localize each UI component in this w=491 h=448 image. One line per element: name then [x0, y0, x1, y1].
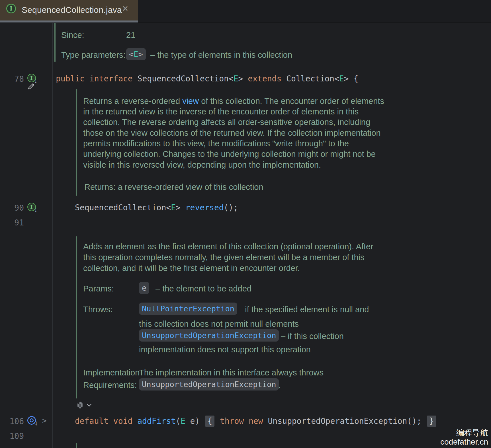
doc1-line-2: in the returned view is the inverse of t…	[83, 107, 359, 117]
watermark-line-2: codefather.cn	[346, 437, 488, 447]
param-badge-e: e	[139, 282, 149, 294]
doc1-line-6: underlying collection. Changes to the un…	[83, 149, 376, 159]
impl-requirements-label-2: Requirements:	[83, 380, 137, 390]
doc1-line1-post: of this collection. The encounter order …	[199, 96, 384, 106]
go-to-implementation-icon-90[interactable]: ↓	[34, 206, 38, 213]
watermark-line-1: 编程导航	[346, 428, 488, 438]
close-icon[interactable]: ✕	[122, 4, 128, 13]
doc-link-view[interactable]: view	[182, 96, 199, 106]
editor-tab-bar: I SequencedCollection.java ✕	[0, 0, 491, 23]
since-value: 21	[126, 30, 135, 40]
tab-title: SequencedCollection.java	[22, 5, 122, 15]
impl-requirements-text: The implementation in this interface alw…	[139, 368, 324, 378]
since-label: Since:	[61, 30, 84, 40]
throws-badge-unsupportedoperationexception[interactable]: UnsupportedOperationException	[139, 329, 279, 342]
fold-chevron-icon[interactable]: >	[42, 416, 47, 425]
impl-badge-unsupportedoperationexception: UnsupportedOperationException	[139, 378, 279, 391]
doc-render-bar-2	[76, 236, 77, 398]
line-number-109: 109	[3, 431, 24, 441]
type-parameters-label: Type parameters:	[61, 50, 126, 60]
doc1-returns-line: Returns: a reverse-ordered view of this …	[84, 182, 263, 192]
throws-badge-nullpointerexception[interactable]: NullPointerException	[139, 303, 237, 315]
interface-icon: I	[6, 4, 16, 13]
code-line-106[interactable]: default void addFirst(E e) { throw new U…	[75, 416, 437, 426]
code-line-90[interactable]: SequencedCollection<E> reversed();	[75, 203, 238, 213]
go-to-overriding-icon[interactable]: ↓	[35, 420, 38, 426]
ai-assistant-icon[interactable]	[75, 400, 85, 410]
param-desc: – the element to be added	[156, 284, 251, 294]
doc1-line-7: visible in this reversed view, depending…	[83, 160, 321, 170]
impl-period: .	[279, 380, 281, 390]
doc2-line-1: Adds an element as the first element of …	[83, 242, 373, 252]
doc-render-bar-3	[76, 443, 77, 448]
line-number-90: 90	[3, 203, 24, 213]
tab-sequencedcollection-java[interactable]: I SequencedCollection.java ✕	[0, 0, 138, 20]
chevron-down-icon[interactable]	[87, 404, 92, 407]
doc-render-bar-1	[76, 89, 77, 196]
type-param-badge: <E>	[126, 48, 146, 60]
line-number-91: 91	[3, 218, 24, 227]
throws-desc-2: – if this collection	[281, 331, 344, 341]
doc1-line-4: those on the view collections of the ret…	[83, 128, 381, 138]
throws-desc-1b: this collection does not permit null ele…	[139, 319, 299, 329]
code-line-78[interactable]: public interface SequencedCollection<E> …	[56, 74, 358, 84]
line-number-78: 78	[3, 74, 24, 84]
throws-desc-2b: implementation does not support this ope…	[139, 345, 311, 355]
tab-bar-border	[0, 22, 491, 23]
throws-label: Throws:	[83, 305, 112, 315]
throws-desc-1: – if the specified element is null and	[238, 305, 369, 315]
doc2-line-3: collection, and it will be the first ele…	[83, 263, 300, 273]
indent-guide	[72, 88, 72, 448]
doc1-line-1: Returns a reverse-ordered view of this c…	[83, 96, 384, 106]
ide-editor: I SequencedCollection.java ✕ Since: 21 T…	[0, 0, 491, 448]
doc1-line-5: permits modifications to this view, the …	[83, 139, 349, 149]
impl-requirements-label-1: Implementation	[83, 368, 140, 378]
params-label: Params:	[83, 284, 114, 294]
type-param-desc: – the type of elements in this collectio…	[150, 50, 292, 60]
doc1-line-3: collection. The reverse ordering affects…	[83, 117, 370, 127]
line-number-106: 106	[3, 417, 24, 426]
doc-render-bar-top	[54, 23, 56, 62]
gutter-separator	[52, 23, 53, 448]
doc2-line-2: this operation completes normally, the g…	[83, 252, 365, 262]
doc1-line1-pre: Returns a reverse-ordered	[83, 96, 182, 106]
edit-pencil-icon[interactable]	[27, 82, 36, 91]
